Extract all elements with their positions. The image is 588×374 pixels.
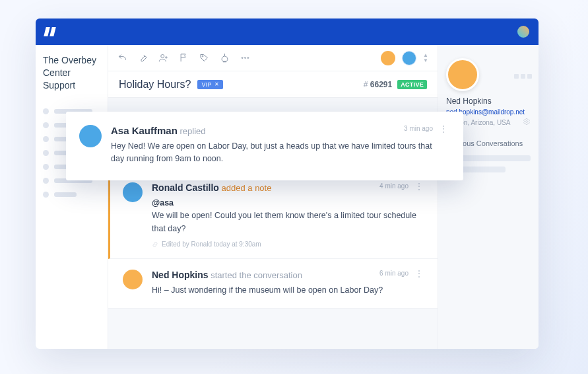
author-avatar[interactable] (79, 125, 102, 147)
close-icon[interactable]: ✕ (214, 81, 219, 87)
topbar (36, 19, 539, 45)
author-avatar[interactable] (123, 270, 143, 289)
prev-next-nav[interactable]: ▲▼ (423, 53, 428, 63)
timestamp: 3 min ago (404, 125, 433, 132)
panel-menu-icon[interactable] (514, 74, 532, 79)
note-message: Ronald Castillo added a note 4 min ago ⋮… (108, 172, 438, 259)
customer-name: Ned Hopkins (446, 96, 531, 106)
conversation-column: ▲▼ Holiday Hours? VIP✕ # 66291 ACTIVE (108, 45, 438, 349)
timestamp: 6 min ago (379, 270, 408, 277)
message-action: replied (180, 126, 205, 136)
customer-details-panel: Ned Hopkins ned.hopkins@maildrop.net Tuc… (438, 45, 539, 349)
flag-icon[interactable] (179, 53, 189, 63)
edited-label: Edited by Ronald today at 9:30am (152, 241, 423, 248)
subject-row: Holiday Hours? VIP✕ # 66291 ACTIVE (108, 71, 438, 98)
svg-point-4 (247, 57, 249, 59)
reply-icon[interactable] (117, 53, 127, 63)
settings-icon[interactable] (523, 118, 531, 128)
snooze-icon[interactable] (220, 53, 230, 63)
mailbox-title: The Overbey Center Support (43, 54, 100, 92)
customer-avatar[interactable] (446, 58, 479, 91)
note-icon[interactable] (138, 53, 148, 63)
participant-avatar[interactable] (402, 51, 416, 65)
latest-reply-card: Asa Kauffman replied 3 min ago ⋮ Hey Ned… (66, 112, 463, 180)
author-name: Asa Kauffman (111, 125, 178, 136)
message-text: Hi! – Just wondering if the museum will … (152, 284, 423, 297)
assign-icon[interactable] (158, 53, 168, 63)
participant-avatar[interactable] (381, 51, 395, 65)
message-action: added a note (222, 183, 272, 193)
message-menu-icon[interactable]: ⋮ (415, 272, 423, 276)
message-text: @asa We will be open! Could you let them… (152, 197, 423, 235)
app-logo[interactable] (45, 27, 55, 36)
svg-point-5 (526, 121, 528, 123)
timestamp: 4 min ago (379, 182, 408, 190)
vip-tag[interactable]: VIP✕ (197, 80, 223, 89)
svg-point-0 (161, 55, 164, 58)
toolbar: ▲▼ (108, 45, 438, 71)
app-window: The Overbey Center Support (36, 19, 539, 349)
status-badge: ACTIVE (397, 80, 427, 89)
customer-message: Ned Hopkins started the conversation 6 m… (108, 259, 438, 308)
conversation-id: # 66291 (364, 80, 392, 89)
folder-item[interactable] (43, 192, 100, 198)
mention[interactable]: @asa (152, 198, 174, 207)
message-menu-icon[interactable]: ⋮ (415, 184, 423, 188)
svg-point-1 (202, 56, 203, 57)
svg-point-3 (245, 57, 246, 59)
current-user-avatar[interactable] (517, 26, 529, 38)
author-name: Ned Hopkins (152, 270, 209, 280)
author-name: Ronald Castillo (152, 182, 219, 193)
author-avatar[interactable] (123, 182, 143, 202)
svg-point-2 (242, 57, 243, 59)
sidebar: The Overbey Center Support (36, 45, 108, 349)
more-icon[interactable] (240, 53, 250, 63)
message-menu-icon[interactable]: ⋮ (440, 127, 447, 131)
message-action: started the conversation (211, 270, 302, 280)
subject-title: Holiday Hours? (119, 79, 191, 91)
message-text: Hey Ned! We are open on Labor Day, but j… (111, 140, 447, 166)
tag-icon[interactable] (199, 53, 209, 63)
